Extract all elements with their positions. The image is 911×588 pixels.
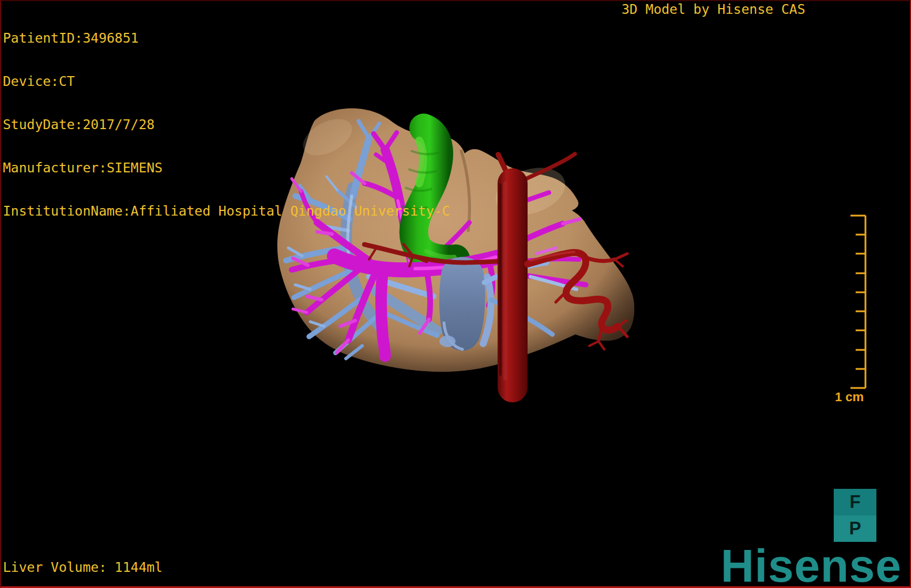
- model-caption: 3D Model by Hisense CAS: [622, 2, 805, 17]
- liver-volume-readout: Liver Volume: 1144ml: [3, 560, 163, 575]
- scale-ruler-label: 1 cm: [835, 390, 864, 404]
- fp-logo-letter-p: P: [834, 515, 876, 542]
- institution-text: InstitutionName:Affiliated Hospital Qing…: [3, 204, 450, 218]
- duct-sac-model: [439, 257, 491, 351]
- patient-id-text: PatientID:3496851: [3, 31, 450, 46]
- patient-info-block: PatientID:3496851 Device:CT StudyDate:20…: [3, 2, 450, 233]
- fp-logo-letter-f: F: [834, 489, 876, 515]
- hisense-logo-wordmark: Hisense: [721, 540, 902, 588]
- device-text: Device:CT: [3, 74, 450, 89]
- study-date-text: StudyDate:2017/7/28: [3, 118, 450, 132]
- manufacturer-text: Manufacturer:SIEMENS: [3, 161, 450, 175]
- fp-logo-badge: F P: [834, 489, 876, 542]
- scale-ruler: [850, 216, 865, 388]
